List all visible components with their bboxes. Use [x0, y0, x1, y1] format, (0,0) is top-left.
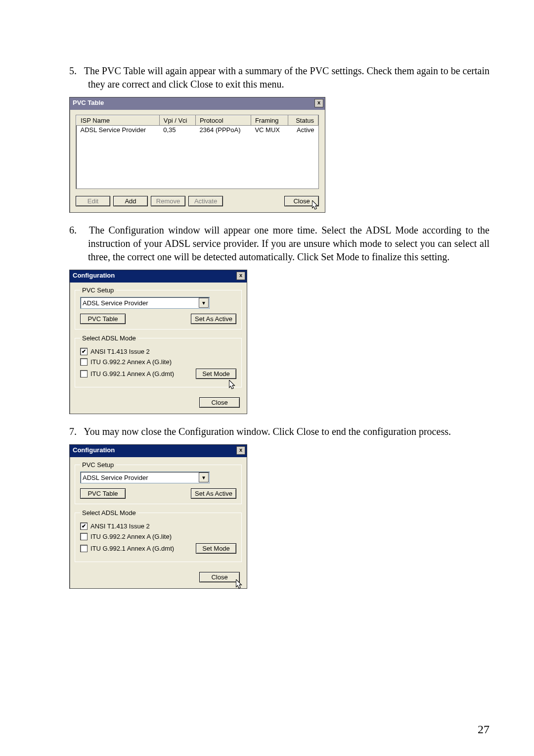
checkbox-box[interactable] [80, 545, 88, 552]
cell-status: Active [288, 126, 318, 135]
combobox-value: ADSL Service Provider [81, 299, 198, 307]
service-provider-combobox[interactable]: ADSL Service Provider ▼ [80, 472, 210, 483]
set-as-active-button[interactable]: Set As Active [191, 314, 236, 324]
checkbox-glite[interactable]: ITU G.992.2 Annex A (G.lite) [80, 533, 236, 540]
checkbox-label: ITU G.992.2 Annex A (G.lite) [90, 358, 172, 366]
step7-text: You may now close the Configuration wind… [84, 426, 451, 437]
adsl-mode-legend: Select ADSL Mode [80, 334, 138, 342]
pvc-table-listview[interactable]: ISP Name Vpi / Vci Protocol Framing Stat… [76, 115, 319, 189]
table-header-row: ISP Name Vpi / Vci Protocol Framing Stat… [77, 116, 318, 126]
configuration-titlebar-1: Configuration x [70, 270, 247, 283]
cell-isp: ADSL Service Provider [77, 126, 160, 135]
adsl-mode-group: Select ADSL Mode ✔ ANSI T1.413 Issue 2 I… [75, 509, 242, 562]
col-status[interactable]: Status [288, 116, 318, 126]
step7-num: 7. [69, 426, 77, 437]
pvc-setup-group: PVC Setup ADSL Service Provider ▼ PVC Ta… [75, 461, 242, 504]
checkbox-label: ITU G.992.1 Annex A (G.dmt) [90, 370, 174, 378]
adsl-mode-legend: Select ADSL Mode [80, 509, 138, 517]
checkbox-box[interactable] [80, 533, 88, 540]
pvc-setup-legend: PVC Setup [80, 461, 116, 469]
edit-button: Edit [76, 196, 110, 206]
step6-text: The Configuration window will appear one… [88, 225, 490, 262]
configuration-title: Configuration [73, 446, 115, 454]
remove-button: Remove [151, 196, 185, 206]
pvc-setup-legend: PVC Setup [80, 286, 116, 294]
step5-num: 5. [69, 65, 77, 76]
set-mode-button[interactable]: Set Mode [196, 369, 236, 379]
checkbox-glite[interactable]: ITU G.992.2 Annex A (G.lite) [80, 358, 236, 366]
pvc-table-button[interactable]: PVC Table [80, 314, 126, 324]
table-row[interactable]: ADSL Service Provider 0,35 2364 (PPPoA) … [77, 126, 318, 135]
configuration-title: Configuration [73, 272, 115, 279]
checkbox-label: ITU G.992.2 Annex A (G.lite) [90, 533, 172, 540]
close-icon[interactable]: x [236, 272, 245, 280]
activate-button: Activate [188, 196, 223, 206]
checkbox-gdmt-row: ITU G.992.1 Annex A (G.dmt) Set Mode [80, 543, 236, 554]
col-vpi[interactable]: Vpi / Vci [159, 116, 195, 126]
chevron-down-icon[interactable]: ▼ [199, 472, 209, 482]
configuration-titlebar-2: Configuration x [70, 445, 247, 457]
close-button[interactable]: Close [199, 572, 240, 582]
set-mode-button[interactable]: Set Mode [196, 543, 236, 554]
cell-protocol: 2364 (PPPoA) [195, 126, 251, 135]
pvc-table-title: PVC Table [73, 99, 104, 106]
close-icon[interactable]: x [236, 446, 245, 455]
checkbox-gdmt-row: ITU G.992.1 Annex A (G.dmt) Set Mode [80, 369, 236, 379]
checkbox-ansi[interactable]: ✔ ANSI T1.413 Issue 2 [80, 348, 236, 355]
cell-framing: VC MUX [251, 126, 288, 135]
service-provider-combobox[interactable]: ADSL Service Provider ▼ [80, 297, 210, 309]
combobox-value: ADSL Service Provider [81, 474, 198, 481]
checkbox-box[interactable] [80, 358, 88, 366]
pvc-setup-group: PVC Setup ADSL Service Provider ▼ PVC Ta… [75, 286, 242, 330]
checkbox-box[interactable]: ✔ [80, 348, 88, 355]
checkbox-label: ANSI T1.413 Issue 2 [90, 348, 150, 355]
chevron-down-icon[interactable]: ▼ [199, 298, 209, 308]
cell-vpi: 0,35 [159, 126, 195, 135]
col-protocol[interactable]: Protocol [195, 116, 251, 126]
close-button[interactable]: Close [199, 397, 240, 408]
pvc-table-titlebar: PVC Table x [70, 97, 325, 110]
pvc-table-window: PVC Table x ISP Name Vpi / Vci Protocol … [69, 97, 325, 213]
configuration-window-1: Configuration x PVC Setup ADSL Service P… [69, 270, 247, 414]
checkbox-label: ITU G.992.1 Annex A (G.dmt) [90, 545, 174, 552]
set-as-active-button[interactable]: Set As Active [191, 488, 236, 499]
checkbox-box[interactable]: ✔ [80, 522, 88, 530]
pvc-table-button[interactable]: PVC Table [80, 488, 126, 499]
adsl-mode-group: Select ADSL Mode ✔ ANSI T1.413 Issue 2 I… [75, 334, 242, 387]
add-button[interactable]: Add [113, 196, 148, 206]
step7-paragraph: 7. You may now close the Configuration w… [69, 425, 490, 438]
step6-paragraph: 6. The Configuration window will appear … [69, 224, 490, 264]
close-button[interactable]: Close [284, 196, 319, 206]
step5-text: The PVC Table will again appear with a s… [84, 65, 490, 90]
configuration-window-2: Configuration x PVC Setup ADSL Service P… [69, 444, 247, 589]
step6-num: 6. [69, 225, 77, 236]
checkbox-box[interactable] [80, 370, 88, 378]
col-framing[interactable]: Framing [251, 116, 288, 126]
checkbox-ansi[interactable]: ✔ ANSI T1.413 Issue 2 [80, 522, 236, 530]
checkbox-label: ANSI T1.413 Issue 2 [90, 522, 150, 530]
col-isp[interactable]: ISP Name [77, 116, 160, 126]
step5-paragraph: 5. The PVC Table will again appear with … [69, 64, 490, 91]
page-number: 27 [478, 723, 490, 736]
close-icon[interactable]: x [314, 99, 323, 107]
